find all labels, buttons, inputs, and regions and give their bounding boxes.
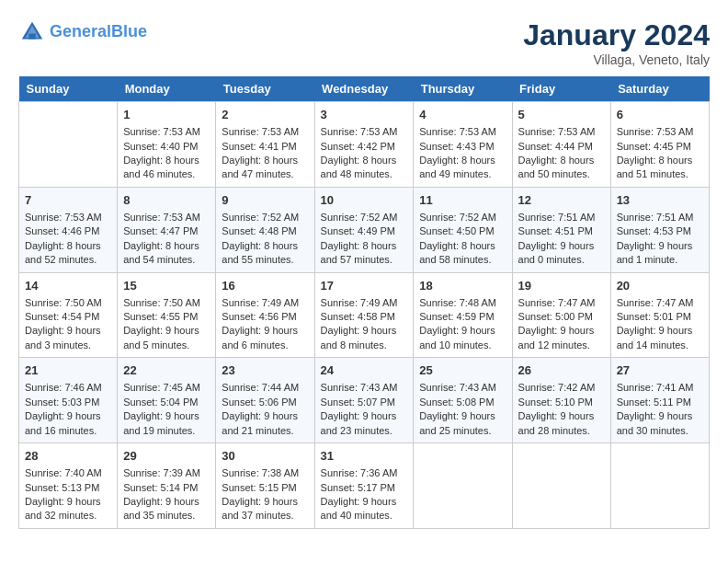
daylight-text: Daylight: 8 hours and 52 minutes. <box>25 240 101 265</box>
sunrise-text: Sunrise: 7:53 AM <box>419 126 496 137</box>
daylight-text: Daylight: 8 hours and 49 minutes. <box>419 155 495 179</box>
sunset-text: Sunset: 4:40 PM <box>123 141 198 152</box>
sunset-text: Sunset: 5:06 PM <box>222 396 296 408</box>
daylight-text: Daylight: 9 hours and 23 minutes. <box>321 410 397 435</box>
day-number: 7 <box>25 192 111 209</box>
weekday-header-monday: Monday <box>118 76 216 102</box>
sunrise-text: Sunrise: 7:51 AM <box>518 212 596 223</box>
calendar-cell <box>19 102 118 188</box>
sunset-text: Sunset: 4:50 PM <box>419 225 494 236</box>
sunset-text: Sunset: 4:46 PM <box>25 225 99 236</box>
page-header: GeneralBlue January 2024 Villaga, Veneto… <box>18 18 710 67</box>
sunrise-text: Sunrise: 7:48 AM <box>419 297 496 308</box>
sunrise-text: Sunrise: 7:49 AM <box>222 297 299 308</box>
logo-line1: General <box>50 22 111 40</box>
sunrise-text: Sunrise: 7:42 AM <box>518 382 596 393</box>
daylight-text: Daylight: 8 hours and 57 minutes. <box>321 240 397 265</box>
sunrise-text: Sunrise: 7:51 AM <box>617 212 694 223</box>
sunset-text: Sunset: 4:54 PM <box>25 311 99 322</box>
sunrise-text: Sunrise: 7:43 AM <box>419 382 496 393</box>
daylight-text: Daylight: 8 hours and 51 minutes. <box>617 155 693 179</box>
calendar-cell: 30 Sunrise: 7:38 AM Sunset: 5:15 PM Dayl… <box>216 443 314 529</box>
day-number: 30 <box>222 448 308 465</box>
sunrise-text: Sunrise: 7:52 AM <box>419 212 496 223</box>
sunrise-text: Sunrise: 7:52 AM <box>321 212 398 223</box>
title-block: January 2024 Villaga, Veneto, Italy <box>523 18 710 67</box>
daylight-text: Daylight: 9 hours and 40 minutes. <box>321 496 397 521</box>
daylight-text: Daylight: 9 hours and 21 minutes. <box>222 410 298 435</box>
day-number: 13 <box>617 192 703 209</box>
calendar-cell: 17 Sunrise: 7:49 AM Sunset: 4:58 PM Dayl… <box>314 272 414 358</box>
weekday-header-saturday: Saturday <box>610 76 709 102</box>
daylight-text: Daylight: 9 hours and 16 minutes. <box>25 410 101 435</box>
calendar-cell: 28 Sunrise: 7:40 AM Sunset: 5:13 PM Dayl… <box>19 443 118 529</box>
day-number: 31 <box>321 448 408 465</box>
sunrise-text: Sunrise: 7:53 AM <box>321 126 398 137</box>
day-number: 19 <box>518 278 605 294</box>
calendar-cell: 16 Sunrise: 7:49 AM Sunset: 4:56 PM Dayl… <box>216 272 314 358</box>
calendar-week-row: 21 Sunrise: 7:46 AM Sunset: 5:03 PM Dayl… <box>19 358 710 443</box>
daylight-text: Daylight: 9 hours and 10 minutes. <box>419 325 495 350</box>
day-number: 6 <box>617 107 703 123</box>
calendar-cell: 25 Sunrise: 7:43 AM Sunset: 5:08 PM Dayl… <box>414 358 512 443</box>
sunset-text: Sunset: 4:51 PM <box>518 225 593 236</box>
sunset-text: Sunset: 5:15 PM <box>222 482 296 493</box>
day-number: 11 <box>419 192 506 209</box>
calendar-cell: 13 Sunrise: 7:51 AM Sunset: 4:53 PM Dayl… <box>610 187 709 272</box>
daylight-text: Daylight: 9 hours and 19 minutes. <box>123 410 199 435</box>
sunset-text: Sunset: 4:48 PM <box>222 225 296 236</box>
day-number: 3 <box>321 107 408 123</box>
day-number: 15 <box>123 278 210 294</box>
calendar-week-row: 7 Sunrise: 7:53 AM Sunset: 4:46 PM Dayli… <box>19 187 710 272</box>
sunrise-text: Sunrise: 7:44 AM <box>222 382 299 393</box>
sunset-text: Sunset: 4:43 PM <box>419 141 494 152</box>
sunrise-text: Sunrise: 7:43 AM <box>321 382 398 393</box>
day-number: 16 <box>222 278 308 294</box>
sunrise-text: Sunrise: 7:50 AM <box>25 297 102 308</box>
sunrise-text: Sunrise: 7:53 AM <box>123 212 200 223</box>
calendar-cell: 6 Sunrise: 7:53 AM Sunset: 4:45 PM Dayli… <box>610 102 709 188</box>
daylight-text: Daylight: 8 hours and 48 minutes. <box>321 155 397 179</box>
svg-rect-2 <box>28 34 36 40</box>
day-number: 8 <box>123 192 210 209</box>
day-number: 18 <box>419 278 506 294</box>
calendar-cell: 11 Sunrise: 7:52 AM Sunset: 4:50 PM Dayl… <box>414 187 512 272</box>
day-number: 27 <box>617 362 703 379</box>
weekday-header-wednesday: Wednesday <box>314 76 414 102</box>
day-number: 22 <box>123 362 210 379</box>
calendar-cell: 1 Sunrise: 7:53 AM Sunset: 4:40 PM Dayli… <box>118 102 216 188</box>
sunrise-text: Sunrise: 7:36 AM <box>321 467 398 478</box>
calendar-cell: 2 Sunrise: 7:53 AM Sunset: 4:41 PM Dayli… <box>216 102 314 188</box>
sunrise-text: Sunrise: 7:49 AM <box>321 297 398 308</box>
calendar-week-row: 28 Sunrise: 7:40 AM Sunset: 5:13 PM Dayl… <box>19 443 710 529</box>
daylight-text: Daylight: 9 hours and 1 minute. <box>617 240 693 265</box>
day-number: 4 <box>419 107 506 123</box>
sunset-text: Sunset: 5:01 PM <box>617 311 691 322</box>
weekday-header-friday: Friday <box>512 76 610 102</box>
sunset-text: Sunset: 4:45 PM <box>617 141 691 152</box>
daylight-text: Daylight: 8 hours and 47 minutes. <box>222 155 298 179</box>
calendar-cell: 26 Sunrise: 7:42 AM Sunset: 5:10 PM Dayl… <box>512 358 610 443</box>
sunset-text: Sunset: 4:41 PM <box>222 141 296 152</box>
sunrise-text: Sunrise: 7:53 AM <box>25 212 102 223</box>
sunrise-text: Sunrise: 7:47 AM <box>518 297 596 308</box>
daylight-text: Daylight: 9 hours and 37 minutes. <box>222 496 298 521</box>
calendar-cell <box>610 443 709 529</box>
sunrise-text: Sunrise: 7:39 AM <box>123 467 200 478</box>
sunrise-text: Sunrise: 7:46 AM <box>25 382 102 393</box>
calendar-cell: 9 Sunrise: 7:52 AM Sunset: 4:48 PM Dayli… <box>216 187 314 272</box>
daylight-text: Daylight: 9 hours and 8 minutes. <box>321 325 397 350</box>
day-number: 24 <box>321 362 408 379</box>
sunset-text: Sunset: 5:03 PM <box>25 396 99 408</box>
calendar-cell: 20 Sunrise: 7:47 AM Sunset: 5:01 PM Dayl… <box>610 272 709 358</box>
day-number: 20 <box>617 278 703 294</box>
day-number: 29 <box>123 448 210 465</box>
sunrise-text: Sunrise: 7:53 AM <box>123 126 200 137</box>
day-number: 17 <box>321 278 408 294</box>
sunset-text: Sunset: 4:42 PM <box>321 141 395 152</box>
sunset-text: Sunset: 4:44 PM <box>518 141 593 152</box>
daylight-text: Daylight: 9 hours and 14 minutes. <box>617 325 693 350</box>
logo: GeneralBlue <box>18 18 147 46</box>
sunset-text: Sunset: 4:55 PM <box>123 311 198 322</box>
calendar-week-row: 14 Sunrise: 7:50 AM Sunset: 4:54 PM Dayl… <box>19 272 710 358</box>
